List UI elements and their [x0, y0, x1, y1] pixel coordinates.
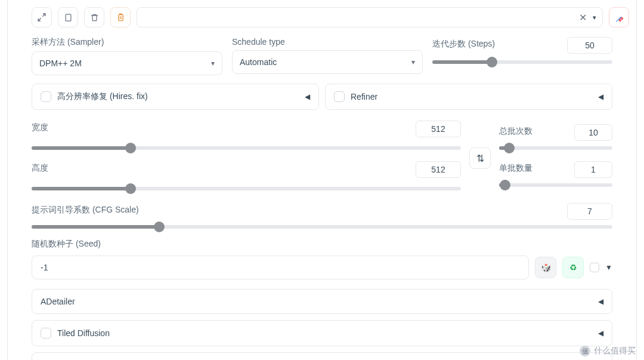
seed-input[interactable]: -1 [32, 256, 529, 279]
steps-label: 迭代步数 (Steps) [432, 39, 495, 50]
styles-combo[interactable]: ✕ ▾ [137, 7, 603, 27]
trash-button[interactable] [84, 7, 104, 27]
batch-count-input[interactable]: 10 [574, 124, 612, 141]
svg-rect-0 [66, 14, 71, 20]
caret-down-icon[interactable]: ▾ [593, 14, 596, 21]
swap-dimensions-button[interactable]: ⇅ [469, 147, 491, 169]
triangle-left-icon: ◀ [598, 297, 603, 306]
refiner-checkbox[interactable] [334, 91, 345, 102]
width-input[interactable]: 512 [416, 121, 461, 137]
caret-down-icon: ▾ [211, 59, 215, 67]
sampler-value: DPM++ 2M [39, 59, 82, 68]
steps-input[interactable]: 50 [567, 37, 612, 54]
triangle-left-icon: ◀ [305, 93, 310, 101]
width-label: 宽度 [32, 122, 48, 133]
extra-seed-checkbox[interactable] [590, 263, 599, 272]
schedule-select[interactable]: Automatic ▾ [232, 50, 423, 74]
batch-size-input[interactable]: 1 [574, 161, 612, 178]
schedule-value: Automatic [240, 57, 277, 67]
batch-size-label: 单批数量 [499, 163, 532, 174]
tiled-diffusion-checkbox[interactable] [41, 328, 51, 339]
steps-slider[interactable] [432, 55, 612, 69]
extra-seed-caret[interactable]: ▼ [605, 263, 612, 272]
hires-checkbox[interactable] [41, 91, 51, 102]
dice-icon: 🎲 [541, 263, 551, 272]
brush-button[interactable] [609, 7, 629, 27]
swap-icon: ⇅ [476, 153, 484, 164]
cfg-label: 提示词引导系数 (CFG Scale) [32, 205, 139, 216]
schedule-label: Schedule type [232, 37, 423, 47]
height-input[interactable]: 512 [416, 161, 461, 178]
sampler-select[interactable]: DPM++ 2M ▾ [32, 51, 222, 75]
batch-count-label: 总批次数 [499, 126, 532, 137]
reuse-seed-button[interactable]: ♻ [562, 257, 584, 278]
close-icon[interactable]: ✕ [579, 12, 587, 23]
clipboard-button[interactable] [110, 7, 131, 27]
hires-label: 高分辨率修复 (Hires. fix) [57, 91, 148, 102]
copy-button[interactable] [58, 7, 78, 27]
triangle-left-icon: ◀ [598, 329, 603, 337]
demofusion-panel[interactable]: DemoFusion ◀ [32, 352, 612, 360]
triangle-left-icon: ◀ [598, 93, 603, 101]
height-label: 高度 [32, 163, 48, 174]
watermark: 值 什么值得买 [580, 346, 636, 356]
cfg-input[interactable]: 7 [567, 203, 612, 220]
adetailer-panel[interactable]: ADetailer ◀ [32, 289, 612, 314]
batch-count-slider[interactable] [499, 141, 612, 155]
svg-rect-1 [118, 14, 123, 20]
smile-icon: 值 [580, 346, 590, 356]
cfg-slider[interactable] [32, 220, 612, 234]
hires-fix-panel[interactable]: 高分辨率修复 (Hires. fix) ◀ [32, 84, 319, 110]
batch-size-slider[interactable] [499, 178, 612, 192]
expand-button[interactable] [32, 7, 52, 27]
refiner-panel[interactable]: Refiner ◀ [325, 84, 612, 110]
seed-label: 随机数种子 (Seed) [32, 239, 101, 248]
refiner-label: Refiner [351, 92, 377, 101]
tiled-diffusion-label: Tiled Diffusion [57, 328, 110, 338]
random-seed-button[interactable]: 🎲 [535, 257, 556, 278]
width-slider[interactable] [32, 141, 461, 155]
sampler-label: 采样方法 (Sampler) [32, 37, 222, 48]
recycle-icon: ♻ [569, 263, 577, 272]
height-slider[interactable] [32, 181, 461, 196]
tiled-diffusion-panel[interactable]: Tiled Diffusion ◀ [32, 320, 612, 346]
caret-down-icon: ▾ [411, 58, 415, 66]
adetailer-label: ADetailer [41, 297, 75, 306]
